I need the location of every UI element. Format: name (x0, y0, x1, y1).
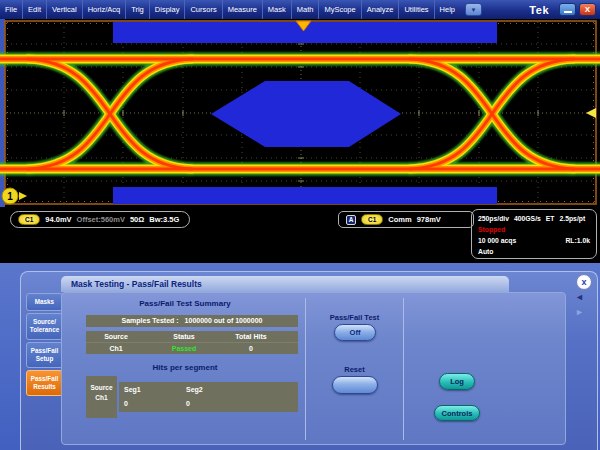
resolution: 2.5ps/pt (560, 213, 586, 224)
sample-rate: 400GS/s (514, 213, 541, 224)
ch1-termination: 50Ω (130, 215, 144, 224)
record-length: RL:1.0k (565, 235, 590, 246)
segment-source-cell: Source Ch1 (86, 376, 117, 418)
seg1-value: 0 (124, 398, 186, 412)
row-blank (280, 343, 298, 354)
trigger-readout[interactable]: A C1 Comm 978mV (338, 211, 474, 228)
menu-vertical[interactable]: Vertical (47, 0, 83, 19)
summary-heading: Pass/Fail Test Summary (65, 299, 305, 308)
col-status: Status (146, 331, 222, 343)
eye-diagram-graticule: 1 (0, 19, 600, 207)
reset-button[interactable] (332, 376, 378, 394)
samples-tested-bar: Samples Tested : 1000000 out of 1000000 (86, 315, 298, 327)
c1-badge: C1 (18, 214, 40, 225)
control-window-area: Mask Testing - Pass/Fail Results x ◄ ► M… (0, 263, 600, 450)
samples-tested-value: 1000000 out of 1000000 (185, 317, 263, 324)
col-blank (280, 331, 298, 343)
segment-source-label: Source (86, 383, 117, 393)
dialog-close-icon[interactable]: x (576, 274, 592, 290)
row-status: Passed (146, 343, 222, 354)
passfail-test-button[interactable]: Off (334, 324, 376, 341)
samples-tested-label: Samples Tested : (122, 317, 179, 324)
timebase: 250ps/div (478, 213, 509, 224)
menu-measure[interactable]: Measure (223, 0, 263, 19)
menu-trig[interactable]: Trig (126, 0, 150, 19)
passfail-summary-section: Pass/Fail Test Summary Samples Tested : … (65, 299, 305, 422)
trigger-coupling: Comm (388, 215, 411, 224)
minimize-icon[interactable] (559, 3, 576, 16)
menu-horiz-acq[interactable]: Horiz/Acq (83, 0, 127, 19)
status-bar: C1 94.0mV Offset:560mV 50Ω Bw:3.5G A C1 … (0, 207, 600, 263)
horizontal-readout[interactable]: 250ps/div 400GS/s ET 2.5ps/pt Stopped 10… (471, 209, 597, 259)
dialog-tabs: Masks Source/ Tolerance Pass/Fail Setup … (26, 293, 63, 398)
dialog-content: Pass/Fail Test Summary Samples Tested : … (61, 292, 566, 445)
acq-mode: ET (546, 213, 555, 224)
seg1-label: Seg1 (124, 384, 186, 398)
log-button[interactable]: Log (439, 373, 475, 390)
menu-analyze[interactable]: Analyze (362, 0, 400, 19)
minimize-bar (564, 11, 572, 13)
row-total-hits: 0 (222, 343, 280, 354)
col-total-hits: Total Hits (222, 331, 280, 343)
menu-myscope[interactable]: MyScope (319, 0, 361, 19)
col-source: Source (86, 331, 146, 343)
chevron-down-icon[interactable]: ▼ (465, 3, 482, 16)
trigger-level: 978mV (417, 215, 441, 224)
mask-testing-dialog: Mask Testing - Pass/Fail Results x ◄ ► M… (20, 271, 598, 450)
controls-button[interactable]: Controls (434, 405, 480, 421)
segment-source-value: Ch1 (86, 393, 117, 403)
reset-label: Reset (306, 365, 403, 374)
menu-help[interactable]: Help (435, 0, 460, 19)
menu-bar: File Edit Vertical Horiz/Acq Trig Displa… (0, 0, 600, 19)
menu-edit[interactable]: Edit (23, 0, 47, 19)
ch1-readout[interactable]: C1 94.0mV Offset:560mV 50Ω Bw:3.5G (10, 211, 190, 228)
menu-utilities[interactable]: Utilities (399, 0, 434, 19)
passfail-test-label: Pass/Fail Test (306, 313, 403, 322)
acquisition-state: Stopped (478, 224, 590, 235)
mask-segment-bottom (113, 187, 497, 204)
segments-table: Source Ch1 Seg1 Seg2 0 0 (86, 376, 305, 422)
trigger-mode: Auto (478, 246, 590, 257)
menu-display[interactable]: Display (150, 0, 186, 19)
close-icon[interactable]: X (579, 3, 596, 16)
menu-mask[interactable]: Mask (263, 0, 292, 19)
ch1-bandwidth: Bw:3.5G (149, 215, 179, 224)
channel-1-label: 1 (7, 191, 13, 202)
menu-math[interactable]: Math (292, 0, 320, 19)
tab-passfail-setup[interactable]: Pass/Fail Setup (26, 342, 63, 368)
nav-right-icon[interactable]: ► (575, 307, 584, 317)
row-source: Ch1 (86, 343, 146, 354)
menubar-spacer (482, 0, 529, 19)
tek-logo: Tek (529, 0, 549, 19)
hits-per-segment-heading: Hits per segment (65, 363, 305, 372)
trigger-c1-badge: C1 (361, 214, 383, 225)
summary-table: Source Status Total Hits Ch1 Passed 0 (86, 331, 298, 354)
ch1-scale: 94.0mV (45, 215, 71, 224)
acquisition-count: 10 000 acqs (478, 235, 516, 246)
tab-masks[interactable]: Masks (26, 293, 63, 311)
tab-passfail-results[interactable]: Pass/Fail Results (26, 370, 63, 396)
waveform-display: 1 (0, 19, 600, 207)
tab-source-tolerance[interactable]: Source/ Tolerance (26, 313, 63, 339)
nav-left-icon[interactable]: ◄ (575, 292, 584, 302)
menu-file[interactable]: File (0, 0, 23, 19)
menu-cursors[interactable]: Cursors (185, 0, 222, 19)
divider (403, 298, 404, 440)
segment-values-cell: Seg1 Seg2 0 0 (119, 382, 298, 412)
seg2-label: Seg2 (186, 384, 298, 398)
trigger-a-badge: A (346, 215, 356, 225)
ch1-offset: Offset:560mV (77, 215, 125, 224)
dialog-title: Mask Testing - Pass/Fail Results (61, 276, 509, 292)
seg2-value: 0 (186, 398, 298, 412)
